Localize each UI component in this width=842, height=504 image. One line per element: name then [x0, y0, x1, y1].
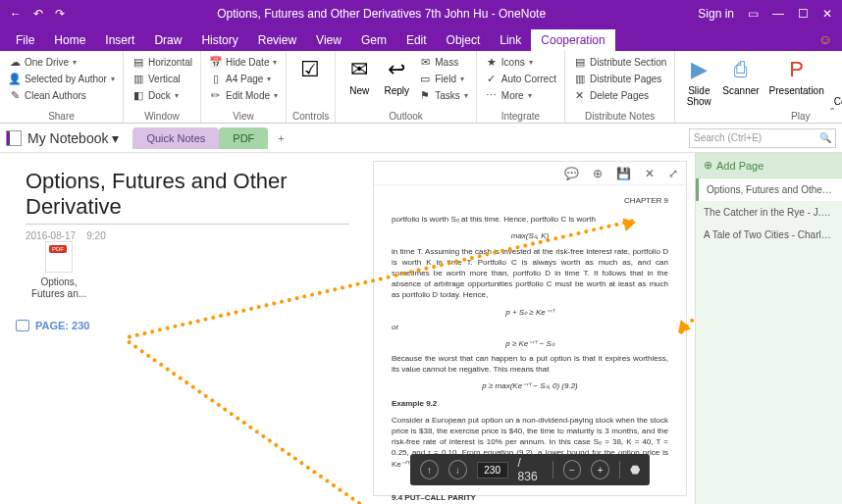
- ribbon-options-icon[interactable]: ▭: [748, 7, 759, 21]
- page-list-item[interactable]: The Catcher in the Rye - J.D. Salin: [696, 201, 842, 224]
- clean-authors-button[interactable]: ✎Clean Authors: [6, 87, 117, 103]
- pdf-attachment[interactable]: Options, Futures an...: [29, 241, 88, 300]
- pdf-comment-button[interactable]: ⬛PDF Comment: [830, 54, 842, 109]
- scanner-icon: ⎙: [727, 56, 755, 83]
- star-icon: ★: [485, 55, 499, 69]
- page-list-panel: ⊕Add Page Options, Futures and Other Der…: [695, 153, 842, 504]
- icons-button[interactable]: ★Icons▾: [483, 54, 558, 70]
- autocorrect-button[interactable]: ✓Auto Correct: [483, 71, 558, 86]
- menu-view[interactable]: View: [306, 29, 351, 51]
- powerpoint-icon: P: [783, 56, 811, 83]
- menu-object[interactable]: Object: [437, 29, 491, 51]
- vertical-button[interactable]: ▥Vertical: [130, 71, 194, 86]
- cloud-icon: ☁: [8, 55, 22, 69]
- add-page-button[interactable]: ⊕Add Page: [696, 153, 842, 178]
- slideshow-button[interactable]: ▶Slide Show: [681, 54, 716, 109]
- minimize-icon[interactable]: —: [772, 7, 784, 21]
- field-button[interactable]: ▭Field▾: [416, 71, 470, 86]
- presentation-button[interactable]: PPresentation: [765, 54, 828, 109]
- menu-review[interactable]: Review: [248, 29, 306, 51]
- adobe-icon[interactable]: ⬣: [630, 463, 640, 477]
- pdf-page-down-icon[interactable]: ↓: [448, 460, 467, 479]
- ribbon-group-more: ★Icons▾ ✓Auto Correct ⋯More▾ Integrate: [477, 51, 565, 123]
- page-list-item[interactable]: A Tale of Two Cities - Charles Dic: [696, 224, 842, 246]
- a4-page-button[interactable]: ▯A4 Page▾: [207, 71, 280, 86]
- pdf-insert-icon[interactable]: ⊕: [593, 167, 603, 180]
- delete-icon: ✕: [573, 88, 587, 102]
- sign-in-link[interactable]: Sign in: [698, 7, 734, 21]
- pdf-expand-icon[interactable]: ⤢: [668, 167, 678, 180]
- page-marker[interactable]: PAGE: 230: [16, 320, 89, 331]
- tab-add[interactable]: +: [268, 127, 293, 149]
- collapse-ribbon-icon[interactable]: ⌃: [828, 106, 836, 117]
- feedback-icon[interactable]: ☺: [818, 31, 832, 47]
- menu-link[interactable]: Link: [490, 29, 531, 51]
- ribbon-group-controls: ☑ Controls: [287, 51, 336, 123]
- pdf-comment-tool-icon[interactable]: 💬: [564, 167, 579, 180]
- ribbon: ☁One Drive▾ 👤Selected by Author▾ ✎Clean …: [0, 51, 842, 124]
- distribute-pages-button[interactable]: ▥Distribute Pages: [571, 71, 668, 86]
- notebook-icon: [6, 130, 22, 146]
- page-date: 2016-08-17 9:20: [26, 230, 349, 241]
- scanner-button[interactable]: ⎙Scanner: [718, 54, 763, 109]
- broom-icon: ✎: [8, 88, 22, 102]
- distribute-section-button[interactable]: ▤Distribute Section: [571, 54, 668, 70]
- hide-date-button[interactable]: 📅Hide Date▾: [207, 54, 280, 70]
- close-icon[interactable]: ✕: [822, 7, 832, 21]
- menu-edit[interactable]: Edit: [396, 29, 437, 51]
- person-icon: 👤: [8, 72, 22, 85]
- reply-icon: ↩: [383, 56, 410, 83]
- edit-mode-button[interactable]: ✏Edit Mode▾: [207, 87, 280, 103]
- menu-draw[interactable]: Draw: [144, 29, 191, 51]
- tasks-button[interactable]: ⚑Tasks▾: [416, 87, 470, 103]
- pdf-page-up-icon[interactable]: ↑: [420, 460, 439, 479]
- mass-button[interactable]: ✉Mass: [416, 54, 470, 70]
- new-mail-button[interactable]: ✉New: [342, 54, 377, 109]
- nav-back-icon[interactable]: ←: [10, 7, 22, 21]
- page-icon: ▯: [209, 72, 223, 85]
- menu-history[interactable]: History: [191, 29, 247, 51]
- plus-icon: ⊕: [704, 159, 712, 172]
- flag-icon: ⚑: [418, 88, 432, 102]
- pdf-zoom-out-icon[interactable]: −: [562, 460, 581, 479]
- tab-quick-notes[interactable]: Quick Notes: [132, 127, 219, 149]
- horizontal-button[interactable]: ▤Horizontal: [130, 54, 194, 70]
- menu-gem[interactable]: Gem: [351, 29, 396, 51]
- onedrive-button[interactable]: ☁One Drive▾: [6, 54, 117, 70]
- redo-icon[interactable]: ↷: [55, 7, 65, 21]
- dock-button[interactable]: ◧Dock▾: [130, 87, 194, 103]
- tab-pdf[interactable]: PDF: [219, 127, 268, 149]
- more-button[interactable]: ⋯More▾: [483, 87, 558, 103]
- ribbon-group-window: ▤Horizontal ▥Vertical ◧Dock▾ Window: [124, 51, 201, 123]
- mail-icon: ✉: [345, 56, 373, 83]
- pdf-page-input[interactable]: [477, 462, 508, 479]
- reply-button[interactable]: ↩Reply: [379, 54, 414, 109]
- field-icon: ▭: [418, 72, 432, 85]
- page-canvas[interactable]: Options, Futures and Other Derivative 20…: [0, 153, 695, 504]
- menu-file[interactable]: File: [6, 29, 44, 51]
- undo-icon[interactable]: ↶: [33, 7, 43, 21]
- notebook-bar: My Notebook ▾ Quick Notes PDF + Search (…: [0, 124, 842, 153]
- pdf-toolbar: 💬 ⊕ 💾 ✕ ⤢: [374, 162, 686, 185]
- ribbon-group-play: ▶Slide Show ⎙Scanner PPresentation ⬛PDF …: [675, 51, 842, 123]
- controls-button[interactable]: ☑: [292, 54, 328, 109]
- dock-icon: ◧: [132, 88, 145, 102]
- menu-cooperation[interactable]: Cooperation: [531, 29, 614, 51]
- ribbon-group-distribute: ▤Distribute Section ▥Distribute Pages ✕D…: [565, 51, 675, 123]
- page-title[interactable]: Options, Futures and Other Derivative: [26, 169, 349, 225]
- menu-home[interactable]: Home: [44, 29, 95, 51]
- delete-pages-button[interactable]: ✕Delete Pages: [571, 87, 668, 103]
- pdf-save-icon[interactable]: 💾: [616, 167, 631, 180]
- notebook-title[interactable]: My Notebook ▾: [27, 130, 119, 146]
- vertical-icon: ▥: [132, 72, 145, 85]
- dots-icon: ⋯: [485, 88, 499, 102]
- window-title: Options, Futures and Other Derivatives 7…: [75, 7, 688, 21]
- pdf-page-total: / 836: [518, 456, 543, 483]
- search-input[interactable]: Search (Ctrl+E)🔍: [689, 128, 836, 148]
- selected-by-author-button[interactable]: 👤Selected by Author▾: [6, 71, 117, 86]
- pdf-close-icon[interactable]: ✕: [645, 167, 655, 180]
- maximize-icon[interactable]: ☐: [798, 7, 809, 21]
- page-list-item[interactable]: Options, Futures and Other Deriva: [696, 178, 842, 201]
- menu-insert[interactable]: Insert: [95, 29, 144, 51]
- pdf-zoom-in-icon[interactable]: +: [591, 460, 609, 479]
